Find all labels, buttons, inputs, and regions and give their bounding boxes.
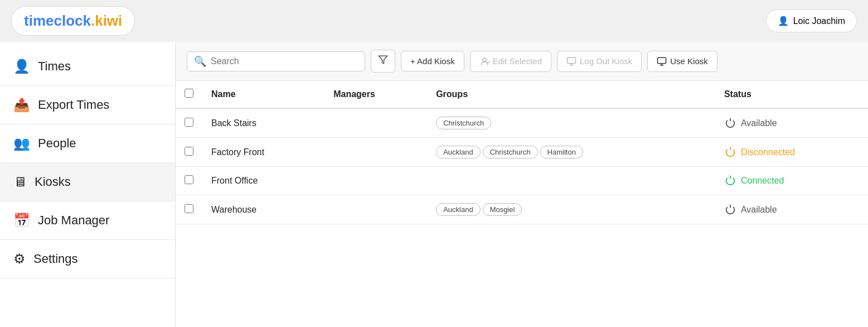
cell-status: Connected bbox=[715, 167, 868, 195]
use-kiosk-button[interactable]: Use Kiosk bbox=[647, 51, 717, 72]
search-wrapper: 🔍 bbox=[187, 51, 365, 71]
kiosks-table: Name Managers Groups Status Back StairsC… bbox=[176, 81, 868, 224]
table-row: Front OfficeConnected bbox=[176, 167, 868, 195]
group-tag: Auckland bbox=[436, 146, 480, 158]
header-checkbox-cell bbox=[176, 81, 202, 108]
group-tag: Christchurch bbox=[436, 117, 491, 129]
table-row: Factory FrontAucklandChristchurchHamilto… bbox=[176, 138, 868, 167]
cell-name: Warehouse bbox=[202, 195, 324, 224]
edit-selected-label: Edit Selected bbox=[493, 56, 542, 66]
sidebar-label-times: Times bbox=[38, 59, 71, 74]
kiosks-icon: 🖥 bbox=[13, 174, 27, 190]
search-input[interactable] bbox=[211, 56, 358, 66]
status-label: Connected bbox=[741, 176, 784, 186]
row-checkbox[interactable] bbox=[185, 204, 193, 213]
sidebar-label-settings: Settings bbox=[33, 252, 78, 266]
logo-dot: . bbox=[91, 12, 95, 30]
sidebar-item-export-times[interactable]: 📤 Export Times bbox=[0, 86, 175, 124]
sidebar-item-people[interactable]: 👥 People bbox=[0, 124, 175, 163]
add-kiosk-button[interactable]: + Add Kiosk bbox=[401, 51, 464, 71]
cell-status: Available bbox=[715, 195, 868, 224]
main-layout: 👤 Times 📤 Export Times 👥 People 🖥 Kiosks… bbox=[0, 42, 868, 327]
use-kiosk-icon bbox=[657, 56, 667, 66]
job-manager-icon: 📅 bbox=[13, 213, 30, 228]
cell-managers bbox=[324, 138, 427, 167]
times-icon: 👤 bbox=[13, 59, 30, 74]
content-area: 🔍 + Add Kiosk Edit Selected Log Out Kios… bbox=[176, 42, 868, 327]
group-tag: Auckland bbox=[436, 203, 480, 216]
log-out-kiosk-label: Log Out Kiosk bbox=[580, 56, 632, 66]
cell-groups bbox=[427, 167, 715, 195]
logo[interactable]: timeclock.kiwi bbox=[11, 6, 135, 36]
group-tag: Christchurch bbox=[483, 146, 538, 158]
cell-name: Back Stairs bbox=[202, 108, 324, 138]
header: timeclock.kiwi 👤 Loic Joachim bbox=[0, 0, 868, 42]
power-icon bbox=[724, 117, 736, 129]
sidebar-label-kiosks: Kiosks bbox=[35, 175, 71, 189]
search-icon: 🔍 bbox=[194, 55, 206, 68]
header-status: Status bbox=[715, 81, 868, 108]
export-times-icon: 📤 bbox=[13, 97, 30, 113]
user-badge[interactable]: 👤 Loic Joachim bbox=[766, 9, 857, 32]
user-icon: 👤 bbox=[778, 16, 789, 26]
filter-button[interactable] bbox=[371, 50, 395, 73]
toolbar: 🔍 + Add Kiosk Edit Selected Log Out Kios… bbox=[176, 42, 868, 81]
svg-rect-5 bbox=[658, 57, 666, 64]
edit-selected-button[interactable]: Edit Selected bbox=[470, 51, 551, 72]
table-row: Back StairsChristchurchAvailable bbox=[176, 108, 868, 138]
header-managers: Managers bbox=[324, 81, 427, 108]
row-checkbox[interactable] bbox=[185, 175, 193, 184]
svg-rect-2 bbox=[568, 57, 576, 64]
kiosks-table-container: Name Managers Groups Status Back StairsC… bbox=[176, 81, 868, 327]
power-icon bbox=[724, 204, 736, 216]
sidebar: 👤 Times 📤 Export Times 👥 People 🖥 Kiosks… bbox=[0, 42, 176, 327]
add-kiosk-label: + Add Kiosk bbox=[410, 56, 455, 66]
status-label: Disconnected bbox=[741, 147, 795, 157]
svg-marker-0 bbox=[379, 56, 387, 64]
group-tag: Hamilton bbox=[540, 146, 583, 158]
cell-name: Front Office bbox=[202, 167, 324, 195]
logo-timeclock: timeclock bbox=[24, 12, 91, 30]
header-groups: Groups bbox=[427, 81, 715, 108]
cell-groups: AucklandChristchurchHamilton bbox=[427, 138, 715, 167]
cell-groups: Christchurch bbox=[427, 108, 715, 138]
sidebar-label-export-times: Export Times bbox=[38, 98, 109, 112]
cell-groups: AucklandMosgiel bbox=[427, 195, 715, 224]
filter-icon bbox=[378, 55, 388, 65]
use-kiosk-label: Use Kiosk bbox=[670, 56, 708, 66]
select-all-checkbox[interactable] bbox=[185, 89, 193, 98]
status-label: Available bbox=[741, 205, 777, 215]
sidebar-item-settings[interactable]: ⚙ Settings bbox=[0, 240, 175, 278]
people-icon: 👥 bbox=[13, 136, 30, 151]
svg-point-1 bbox=[483, 58, 486, 61]
power-icon bbox=[724, 175, 736, 187]
settings-icon: ⚙ bbox=[13, 251, 26, 267]
sidebar-item-kiosks[interactable]: 🖥 Kiosks bbox=[0, 163, 175, 201]
cell-name: Factory Front bbox=[202, 138, 324, 167]
log-out-kiosk-button[interactable]: Log Out Kiosk bbox=[557, 51, 642, 72]
row-checkbox[interactable] bbox=[185, 147, 193, 156]
header-name: Name bbox=[202, 81, 324, 108]
table-header-row: Name Managers Groups Status bbox=[176, 81, 868, 108]
cell-managers bbox=[324, 195, 427, 224]
sidebar-label-people: People bbox=[38, 136, 76, 151]
power-icon bbox=[724, 146, 736, 158]
logo-kiwi: kiwi bbox=[95, 12, 122, 30]
log-out-kiosk-icon bbox=[566, 56, 576, 66]
cell-managers bbox=[324, 108, 427, 138]
table-row: WarehouseAucklandMosgielAvailable bbox=[176, 195, 868, 224]
user-name: Loic Joachim bbox=[793, 16, 845, 26]
status-label: Available bbox=[741, 118, 777, 128]
cell-status: Disconnected bbox=[715, 138, 868, 167]
edit-selected-icon bbox=[479, 56, 489, 66]
sidebar-item-job-manager[interactable]: 📅 Job Manager bbox=[0, 201, 175, 240]
sidebar-label-job-manager: Job Manager bbox=[38, 213, 109, 228]
sidebar-item-times[interactable]: 👤 Times bbox=[0, 47, 175, 86]
group-tag: Mosgiel bbox=[483, 203, 522, 216]
cell-managers bbox=[324, 167, 427, 195]
row-checkbox[interactable] bbox=[185, 118, 193, 127]
cell-status: Available bbox=[715, 108, 868, 138]
